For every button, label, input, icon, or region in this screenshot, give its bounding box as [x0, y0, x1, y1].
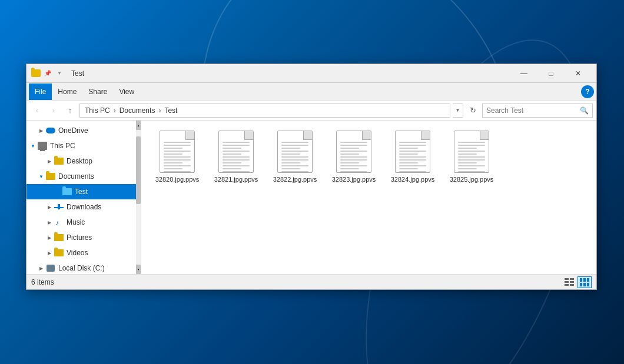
large-icons-view-icon	[580, 278, 589, 286]
file-area: 32820.jpg.ppvs	[141, 121, 596, 274]
window-controls: — □ ✕	[510, 64, 592, 83]
sidebar-item-documents[interactable]: ▼ Documents	[26, 169, 141, 184]
svg-rect-2	[58, 204, 60, 209]
file-icon-5	[395, 131, 430, 173]
toggle-desktop[interactable]: ▶	[45, 157, 54, 165]
toggle-this-pc[interactable]: ▼	[29, 142, 37, 150]
scrollbar-up-arrow[interactable]: ▲	[136, 121, 141, 130]
title-folder-icon	[31, 69, 41, 77]
file-name-6: 32825.jpg.ppvs	[450, 175, 494, 183]
file-item-5[interactable]: 32824.jpg.ppvs	[386, 126, 439, 188]
pictures-label: Pictures	[67, 233, 92, 242]
toggle-music[interactable]: ▶	[45, 218, 54, 226]
svg-rect-13	[580, 283, 582, 286]
maximize-button[interactable]: □	[537, 64, 565, 83]
file-name-3: 32822.jpg.ppvs	[273, 175, 317, 183]
address-dropdown[interactable]: ▼	[453, 103, 463, 118]
path-this-pc: This PC	[84, 106, 111, 115]
sidebar-item-music[interactable]: ▶ ♪ Music	[26, 215, 141, 230]
toggle-documents[interactable]: ▼	[37, 172, 45, 181]
path-documents: Documents	[118, 106, 157, 115]
disk-icon	[45, 263, 56, 273]
minimize-button[interactable]: —	[510, 64, 537, 83]
file-name-5: 32824.jpg.ppvs	[391, 175, 435, 183]
file-name-2: 32821.jpg.ppvs	[214, 175, 258, 183]
downloads-label: Downloads	[67, 203, 101, 211]
desktop-label: Desktop	[67, 157, 92, 165]
svg-rect-14	[583, 283, 586, 286]
toggle-local-disk[interactable]: ▶	[37, 264, 45, 272]
sidebar-scrollbar[interactable]: ▲ ▼	[136, 121, 141, 274]
title-bar-icons: 📌 ▼	[31, 69, 64, 78]
toggle-onedrive[interactable]: ▶	[37, 126, 45, 135]
file-lines-5	[399, 142, 426, 172]
details-view-button[interactable]	[562, 276, 576, 288]
sidebar-item-pictures[interactable]: ▶ Pictures	[26, 230, 141, 245]
desktop-folder-icon	[54, 156, 64, 166]
file-lines-4	[340, 142, 367, 172]
file-item-1[interactable]: 32820.jpg.ppvs	[151, 126, 204, 188]
view-controls	[562, 276, 592, 288]
svg-rect-4	[565, 278, 569, 280]
sidebar-item-local-disk[interactable]: ▶ Local Disk (C:)	[26, 261, 141, 274]
search-input[interactable]	[486, 106, 577, 115]
file-name-1: 32820.jpg.ppvs	[155, 175, 200, 183]
toggle-videos[interactable]: ▶	[45, 249, 54, 257]
refresh-button[interactable]: ↻	[466, 103, 480, 118]
search-icon[interactable]: 🔍	[580, 106, 589, 115]
status-bar: 6 items	[26, 274, 596, 289]
file-item-3[interactable]: 32822.jpg.ppvs	[268, 126, 321, 188]
path-current: Test	[163, 106, 178, 115]
downloads-folder-icon	[54, 202, 64, 212]
file-item-4[interactable]: 32823.jpg.ppvs	[327, 126, 380, 188]
scrollbar-thumb[interactable]	[136, 136, 141, 204]
sidebar-item-desktop[interactable]: ▶ Desktop	[26, 153, 141, 169]
file-item-2[interactable]: 32821.jpg.ppvs	[210, 126, 263, 188]
large-icons-view-button[interactable]	[577, 276, 592, 288]
videos-folder-icon	[54, 248, 64, 258]
file-explorer-window: 📌 ▼ Test — □ ✕ File Home Share View ? ‹ …	[26, 64, 597, 290]
music-label: Music	[67, 218, 85, 226]
svg-rect-8	[565, 284, 569, 286]
search-box[interactable]: 🔍	[482, 103, 593, 118]
file-name-4: 32823.jpg.ppvs	[332, 175, 376, 183]
local-disk-label: Local Disk (C:)	[58, 264, 105, 272]
forward-button[interactable]: ›	[47, 103, 61, 118]
svg-rect-15	[587, 283, 589, 286]
sidebar-item-downloads[interactable]: ▶ Downloads	[26, 199, 141, 215]
scrollbar-track	[136, 130, 141, 265]
address-path[interactable]: This PC › Documents › Test	[79, 103, 450, 118]
svg-rect-6	[565, 281, 569, 283]
path-sep1: ›	[111, 106, 118, 115]
sidebar-item-this-pc[interactable]: ▼ This PC	[26, 138, 141, 153]
menu-share[interactable]: Share	[82, 84, 113, 100]
onedrive-label: OneDrive	[58, 126, 88, 135]
close-button[interactable]: ✕	[565, 64, 592, 83]
up-button[interactable]: ↑	[63, 103, 77, 118]
address-bar: ‹ › ↑ This PC › Documents › Test ▼ ↻ 🔍	[26, 101, 596, 121]
toggle-downloads[interactable]: ▶	[45, 203, 54, 211]
sidebar-item-test[interactable]: Test	[26, 184, 141, 199]
menu-home[interactable]: Home	[52, 84, 82, 100]
file-lines-2	[223, 142, 250, 172]
help-button[interactable]: ?	[581, 85, 594, 98]
title-bar: 📌 ▼ Test — □ ✕	[26, 64, 596, 83]
sidebar-item-onedrive[interactable]: ▶ OneDrive	[26, 123, 141, 138]
file-icon-2	[218, 131, 254, 173]
file-icon-6	[454, 131, 489, 173]
file-icon-1	[160, 131, 195, 173]
menu-file[interactable]: File	[29, 84, 52, 100]
toggle-pictures[interactable]: ▶	[45, 233, 54, 242]
music-folder-icon: ♪	[54, 218, 64, 227]
menu-bar: File Home Share View ?	[26, 83, 596, 101]
svg-rect-5	[570, 278, 574, 280]
sidebar-item-videos[interactable]: ▶ Videos	[26, 245, 141, 261]
menu-view[interactable]: View	[113, 84, 140, 100]
scrollbar-down-arrow[interactable]: ▼	[136, 265, 141, 274]
back-button[interactable]: ‹	[30, 103, 44, 118]
videos-label: Videos	[67, 249, 88, 257]
file-lines-3	[281, 142, 308, 172]
tb-icon-pin: 📌	[43, 69, 52, 78]
svg-rect-11	[583, 278, 586, 282]
file-item-6[interactable]: 32825.jpg.ppvs	[445, 126, 498, 188]
